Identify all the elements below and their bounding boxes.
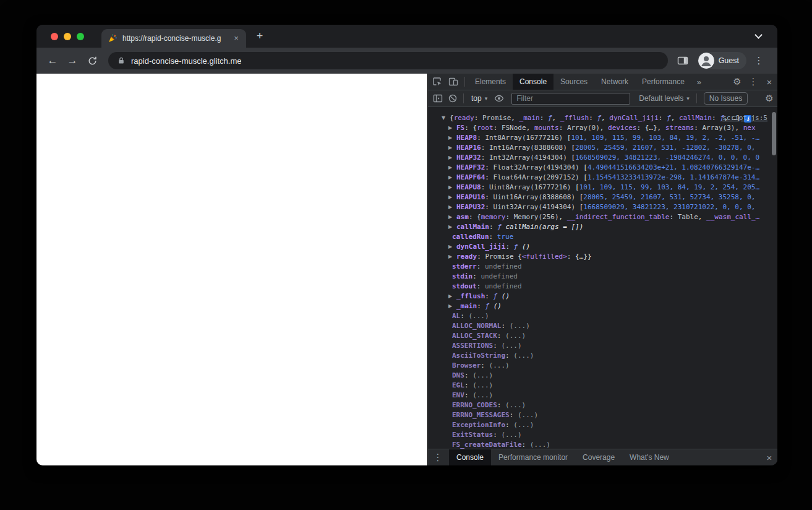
forward-button[interactable]: → <box>64 52 81 69</box>
console-text: undefined <box>485 262 522 270</box>
devtools-settings-gear-icon[interactable]: ⚙ <box>729 74 745 90</box>
console-scrollbar[interactable] <box>772 112 776 155</box>
drawer-close-icon[interactable]: × <box>761 449 777 465</box>
dttab-performance[interactable]: Performance <box>635 74 691 90</box>
console-row: ▶_fflush: ƒ () <box>428 292 777 301</box>
console-text: HEAPF64 <box>456 173 485 181</box>
console-row: ALLOC_NORMAL: (...) <box>428 321 777 331</box>
log-levels-selector[interactable]: Default levels ▾ <box>635 94 693 103</box>
close-window-button[interactable] <box>51 33 58 40</box>
browser-toolbar: ← → rapid-concise-muscle.glitch.me <box>36 48 777 74</box>
console-text: 101, 109, 115, 99, 103, 84, 19, 2, -2, -… <box>571 134 759 142</box>
dttab-console[interactable]: Console <box>513 74 553 90</box>
dttab-network[interactable]: Network <box>594 74 635 90</box>
console-text: : <box>481 144 489 152</box>
source-location-link[interactable]: script.js:5 <box>722 113 767 123</box>
console-text: memory <box>481 213 506 221</box>
maximize-window-button[interactable] <box>77 33 84 40</box>
window-content: ElementsConsoleSourcesNetworkPerformance… <box>36 74 777 465</box>
browser-menu-icon[interactable]: ⋮ <box>750 52 767 69</box>
console-text: : <box>506 213 514 221</box>
address-bar[interactable]: rapid-concise-muscle.glitch.me <box>108 52 668 69</box>
console-text: EGL <box>452 381 464 389</box>
issues-button[interactable]: No Issues <box>704 92 748 105</box>
context-selector[interactable]: top ▾ <box>467 94 492 103</box>
expand-triangle-icon[interactable]: ▶ <box>448 123 456 133</box>
devtools-close-icon[interactable]: × <box>761 74 777 90</box>
console-text: callMain(args = []) <box>505 223 583 231</box>
drawertab-console[interactable]: Console <box>449 449 491 465</box>
expand-triangle-icon[interactable]: ▶ <box>448 163 456 173</box>
expand-triangle-icon[interactable]: ▶ <box>448 192 456 202</box>
dttab-elements[interactable]: Elements <box>468 74 513 90</box>
console-row: stdin: undefined <box>428 272 777 282</box>
live-expression-eye-icon[interactable] <box>492 90 506 106</box>
drawertab-performance-monitor[interactable]: Performance monitor <box>491 449 575 465</box>
expand-triangle-icon[interactable]: ▶ <box>448 153 456 163</box>
expand-triangle-icon[interactable]: ▶ <box>448 143 456 153</box>
console-text: HEAP16 <box>456 144 481 152</box>
console-text: , <box>698 213 706 221</box>
console-text: 1.1545413233413972e-298, 1.141647874e-31… <box>588 173 759 181</box>
more-tabs-icon[interactable]: » <box>691 77 707 87</box>
device-toolbar-icon[interactable] <box>445 74 461 90</box>
console-text: : <box>505 352 513 360</box>
console-text: : <box>464 381 472 389</box>
console-text: Uint16Array(8388608) <box>494 193 579 201</box>
console-text: , <box>601 114 609 122</box>
minimize-window-button[interactable] <box>64 33 71 40</box>
tab-strip: https://rapid-concise-muscle.g × + <box>36 25 777 48</box>
console-text: HEAPF32 <box>456 163 485 171</box>
expand-triangle-icon[interactable]: ▶ <box>448 242 456 252</box>
console-text: , <box>511 114 519 122</box>
console-row: ▶ready: Promise {<fulfilled>: {…}} <box>428 252 777 262</box>
profile-chip[interactable]: Guest <box>698 52 746 69</box>
expand-triangle-icon[interactable]: ▶ <box>448 292 456 301</box>
page-viewport <box>36 74 427 465</box>
collapse-triangle-icon[interactable]: ▼ <box>442 113 450 123</box>
console-text: : <box>589 114 597 122</box>
console-text: asm <box>456 213 469 221</box>
console-text: true <box>497 233 514 241</box>
dttab-sources[interactable]: Sources <box>553 74 594 90</box>
expand-triangle-icon[interactable]: ▶ <box>448 222 456 232</box>
expand-triangle-icon[interactable]: ▶ <box>448 301 456 311</box>
console-text: : <box>712 114 720 122</box>
separator <box>696 93 697 103</box>
expand-triangle-icon[interactable]: ▶ <box>448 173 456 183</box>
expand-triangle-icon[interactable]: ▶ <box>448 133 456 143</box>
console-text: ƒ <box>494 292 502 300</box>
console-text: [ <box>575 183 579 191</box>
side-panel-icon[interactable] <box>674 52 691 69</box>
devtools-menu-icon[interactable]: ⋮ <box>745 74 761 90</box>
drawertab-coverage[interactable]: Coverage <box>575 449 622 465</box>
drawer-menu-icon[interactable]: ⋮ <box>430 449 445 465</box>
tab-search-chevron-icon[interactable] <box>754 31 763 39</box>
console-rows: ▼{ready: Promise, _main: ƒ, _fflush: ƒ, … <box>428 107 777 449</box>
expand-triangle-icon[interactable]: ▶ <box>448 212 456 222</box>
expand-triangle-icon[interactable]: ▶ <box>448 183 456 192</box>
console-text: _fflush <box>560 114 589 122</box>
console-text: (...) <box>505 401 526 409</box>
tab-close-icon[interactable]: × <box>231 33 241 43</box>
inspect-element-icon[interactable] <box>429 74 445 90</box>
new-tab-button[interactable]: + <box>252 28 268 45</box>
console-text: : <box>493 342 501 350</box>
console-text: : <box>659 114 667 122</box>
lock-icon <box>117 56 126 65</box>
clear-console-icon[interactable] <box>445 90 460 106</box>
guest-avatar-icon <box>698 53 714 69</box>
console-text: 28005, 25459, 21607, 531, -12802, -30278… <box>575 144 755 152</box>
console-filter-input[interactable] <box>511 93 630 105</box>
drawertab-what-s-new[interactable]: What's New <box>622 449 677 465</box>
back-button[interactable]: ← <box>44 52 61 69</box>
expand-triangle-icon[interactable]: ▶ <box>448 202 456 212</box>
console-settings-gear-icon[interactable]: ⚙ <box>761 90 777 106</box>
console-row: ▶HEAPU16: Uint16Array(8388608) [28005, 2… <box>428 192 777 202</box>
expand-triangle-icon[interactable]: ▶ <box>448 252 456 262</box>
console-text: : { <box>469 213 481 221</box>
reload-button[interactable] <box>83 52 101 69</box>
console-text: ASSERTIONS <box>452 342 493 350</box>
console-sidebar-icon[interactable] <box>430 90 445 106</box>
browser-tab[interactable]: https://rapid-concise-muscle.g × <box>101 29 246 48</box>
